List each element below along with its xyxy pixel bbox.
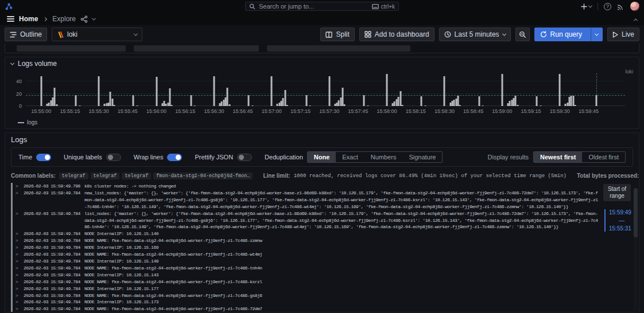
log-row[interactable]: >2026-02-03 15:59:49.784NODE InternalIP:… [11, 258, 599, 265]
dedup-option-numbers[interactable]: Numbers [364, 152, 403, 162]
avatar[interactable] [630, 2, 639, 11]
bar [156, 77, 157, 106]
x-axis-label: 15:55:30 [89, 108, 109, 114]
log-nav-timeline[interactable]: 15:59:49 — 15:55:31 [604, 209, 631, 232]
log-row[interactable]: >2026-02-03 15:59:49.784NODE InternalIP:… [11, 230, 599, 237]
log-row[interactable]: >2026-02-03 15:59:49.784NODE NAME: fke-f… [11, 251, 599, 258]
keyboard-icon [372, 4, 379, 9]
x-axis-label: 15:57:45 [348, 108, 368, 114]
expand-chevron-icon[interactable]: > [15, 230, 21, 237]
app-logo[interactable] [5, 2, 13, 11]
outline-button[interactable]: Outline [5, 28, 47, 41]
collapse-section-icon[interactable] [10, 61, 14, 65]
log-row[interactable]: >2026-02-03 15:59:49.784NODE NAME: fke-f… [11, 237, 599, 244]
news-icon[interactable] [617, 3, 624, 10]
run-query-dropdown[interactable] [591, 28, 602, 41]
add-to-dashboard-button[interactable]: Add to dashboard [359, 28, 434, 41]
log-row[interactable]: >2026-02-03 15:59:49.784NODE NAME: fke-f… [11, 265, 599, 272]
bar [459, 105, 461, 106]
chart-legend[interactable]: logs [18, 119, 639, 126]
breadcrumb-explore[interactable]: Explore [52, 15, 76, 23]
log-row[interactable]: >2026-02-03 15:59:49.784NODE NAME: fke-f… [11, 292, 599, 299]
share-icon[interactable] [80, 15, 88, 23]
expand-chevron-icon[interactable]: > [15, 258, 21, 265]
log-row[interactable]: >2026-02-03 15:59:49.784NODE InternalIP:… [11, 299, 599, 306]
scrollbar-thumb[interactable] [634, 188, 638, 237]
expand-chevron-icon[interactable]: > [15, 265, 21, 272]
menu-icon[interactable] [7, 16, 14, 22]
breadcrumb-home[interactable]: Home [19, 15, 38, 23]
log-row[interactable]: >2026-02-03 15:59:49.784new_list_nodes: … [11, 190, 599, 210]
time-range-chevron-icon [502, 32, 506, 36]
log-timestamp: 2026-02-03 15:59:49.784 [24, 230, 82, 237]
bar [595, 95, 597, 106]
query-label-filter[interactable] [267, 45, 410, 52]
log-timestamp: 2026-02-03 15:59:49.798 [24, 183, 82, 190]
split-icon [325, 32, 332, 38]
datasource-picker[interactable]: loki [52, 28, 142, 41]
log-row[interactable]: >2026-02-03 15:59:49.784NODE NAME: fke-f… [11, 306, 599, 312]
bar [501, 74, 503, 106]
order-option-oldest-first[interactable]: Oldest first [582, 152, 625, 162]
log-row[interactable]: >2026-02-03 15:59:49.798k8s cluster node… [11, 183, 599, 190]
log-timestamp: 2026-02-03 15:59:49.784 [24, 251, 82, 258]
dedup-option-none[interactable]: None [308, 152, 336, 162]
log-message: NODE InternalIP: 10.126.15.173 [84, 299, 599, 306]
live-button[interactable]: Live [607, 28, 639, 41]
run-query-button[interactable]: Run query [534, 28, 603, 41]
start-of-range-label: Start of range [603, 184, 631, 201]
bar [540, 105, 541, 106]
split-button[interactable]: Split [320, 28, 354, 41]
dedup-option-exact[interactable]: Exact [336, 152, 364, 162]
zoom-out-button[interactable] [515, 28, 530, 41]
log-row[interactable]: >2026-02-03 15:59:49.784list_nodes: {'ma… [11, 210, 599, 231]
x-axis-label: 15:59:45 [579, 108, 599, 114]
prettify-json-toggle[interactable] [237, 154, 252, 161]
wrap-lines-toggle[interactable] [167, 154, 182, 161]
x-axis-label: 15:57:30 [319, 108, 339, 114]
query-label-filter[interactable] [17, 45, 126, 52]
log-row[interactable]: >2026-02-03 15:59:49.784NODE InternalIP:… [11, 244, 599, 251]
bar [386, 74, 388, 106]
expand-chevron-icon[interactable]: > [15, 285, 21, 292]
bar [194, 105, 196, 106]
nav-bar: Home Explore [0, 13, 644, 25]
query-label-filter[interactable] [134, 45, 259, 52]
unique-labels-toggle[interactable] [106, 154, 121, 161]
display-results-label: Display results [488, 154, 529, 161]
expand-chevron-icon[interactable]: > [15, 299, 21, 306]
expand-chevron-icon[interactable]: > [15, 237, 21, 244]
expand-chevron-icon[interactable]: > [15, 279, 21, 285]
log-row[interactable]: >2026-02-03 15:59:49.784NODE InternalIP:… [11, 285, 599, 292]
log-row[interactable]: >2026-02-03 15:59:49.784NODE InternalIP:… [11, 272, 599, 279]
x-axis-label: 15:56:15 [175, 108, 195, 114]
expand-chevron-icon[interactable]: > [15, 306, 21, 312]
log-row[interactable]: >2026-02-03 15:59:49.784NODE NAME: fke-f… [11, 279, 599, 285]
log-message: new_list_nodes: {'master': {}, 'worker':… [84, 190, 599, 210]
dedup-option-signature[interactable]: Signature [402, 152, 442, 162]
expand-chevron-icon[interactable]: > [15, 210, 21, 217]
expand-chevron-icon[interactable]: > [15, 190, 21, 197]
common-labels-label: Common labels: [11, 173, 56, 179]
time-toggle[interactable] [36, 154, 51, 161]
y-axis-label: 40 [16, 79, 22, 84]
log-message: list_nodes: {'master': {}, 'worker': {'f… [84, 210, 599, 231]
query-editor-row[interactable] [5, 44, 639, 53]
new-button[interactable] [581, 3, 592, 10]
time-range-picker[interactable]: Last 5 minutes [439, 28, 511, 41]
expand-chevron-icon[interactable]: > [15, 272, 21, 279]
common-labels-list: telegraftelegraftelegraffmon-data-stg2-0… [59, 173, 253, 179]
help-icon[interactable]: ? [604, 3, 611, 10]
collapse-nav-icon[interactable] [634, 18, 638, 22]
expand-chevron-icon[interactable]: > [15, 183, 21, 190]
scrollbar[interactable] [634, 188, 638, 310]
breadcrumb-actions-chevron-icon[interactable] [92, 16, 96, 20]
bar [363, 95, 364, 106]
common-label-pill: telegraf [59, 173, 88, 179]
expand-chevron-icon[interactable]: > [15, 292, 21, 299]
expand-chevron-icon[interactable]: > [15, 251, 21, 258]
search-input[interactable]: Search or jump to... ctrl+k [245, 2, 399, 11]
expand-chevron-icon[interactable]: > [15, 244, 21, 251]
order-option-newest-first[interactable]: Newest first [534, 152, 582, 162]
log-message: NODE NAME: fke-fmon-data-stg2-04-echp8j6… [84, 251, 599, 258]
